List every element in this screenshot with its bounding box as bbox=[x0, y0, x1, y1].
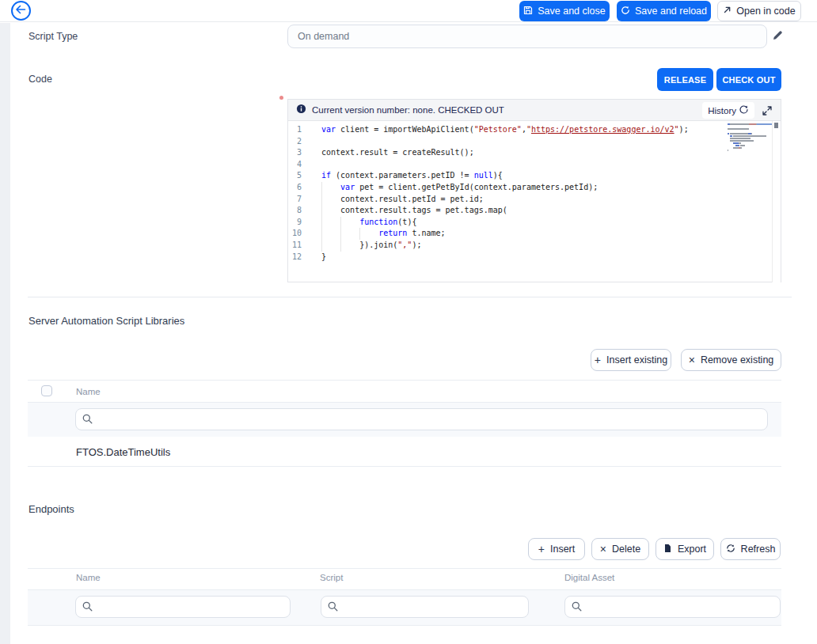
insert-label: Insert bbox=[550, 544, 575, 555]
reload-icon bbox=[621, 6, 630, 17]
endpoints-section-title: Endpoints bbox=[28, 503, 74, 515]
overview-ruler-mark bbox=[774, 123, 778, 128]
search-icon bbox=[82, 601, 93, 612]
libraries-section-title: Server Automation Script Libraries bbox=[28, 315, 184, 327]
required-indicator bbox=[279, 96, 283, 100]
script-type-input[interactable] bbox=[287, 25, 767, 48]
section-divider bbox=[28, 297, 792, 297]
endpoints-column-script: Script bbox=[320, 573, 343, 582]
minimap[interactable] bbox=[728, 123, 773, 152]
endpoints-name-search-input[interactable] bbox=[75, 596, 291, 618]
version-status-text: Current version number: none. CHECKED OU… bbox=[312, 105, 504, 115]
export-file-icon bbox=[663, 544, 672, 555]
back-icon bbox=[16, 5, 26, 17]
insert-button[interactable]: + Insert bbox=[528, 538, 585, 560]
open-in-code-label: Open in code bbox=[736, 6, 795, 17]
code-line: 6 var pet = client.getPetById(context.pa… bbox=[288, 182, 781, 194]
save-and-close-label: Save and close bbox=[538, 6, 605, 17]
info-icon bbox=[296, 103, 306, 117]
save-and-reload-label: Save and reload bbox=[635, 6, 707, 17]
libraries-column-name: Name bbox=[76, 387, 101, 396]
page-left-gutter bbox=[0, 23, 10, 644]
code-line: 4 bbox=[288, 159, 781, 171]
history-icon bbox=[739, 104, 749, 116]
code-label: Code bbox=[28, 74, 52, 85]
code-line: 12} bbox=[288, 252, 781, 263]
plus-icon: + bbox=[538, 544, 545, 555]
table-border bbox=[28, 568, 781, 569]
refresh-label: Refresh bbox=[741, 544, 776, 555]
minimap-lines bbox=[728, 123, 773, 151]
code-line: 2 bbox=[288, 136, 781, 148]
remove-existing-label: Remove existing bbox=[701, 354, 773, 366]
code-editor[interactable]: Current version number: none. CHECKED OU… bbox=[287, 99, 781, 282]
libraries-name-search bbox=[75, 408, 768, 430]
save-icon bbox=[523, 6, 533, 17]
save-and-reload-button[interactable]: Save and reload bbox=[617, 1, 711, 21]
endpoints-digital-asset-search bbox=[564, 596, 781, 618]
history-label: History bbox=[708, 106, 736, 116]
endpoints-column-name: Name bbox=[76, 573, 101, 582]
code-lines: 1var client = importWebApiClient("Petsto… bbox=[288, 124, 781, 263]
check-out-button[interactable]: CHECK OUT bbox=[716, 68, 781, 91]
refresh-button[interactable]: Refresh bbox=[720, 538, 781, 560]
search-icon bbox=[328, 601, 338, 612]
open-external-icon bbox=[723, 6, 732, 17]
script-editor-page: Save and close Save and reload Open in c… bbox=[0, 0, 817, 644]
code-line: 10 return t.name; bbox=[288, 228, 781, 240]
code-line: 3context.result = createResult(); bbox=[288, 147, 781, 159]
code-line: 7 context.result.petId = pet.id; bbox=[288, 194, 781, 206]
code-line: 1var client = importWebApiClient("Petsto… bbox=[288, 124, 781, 136]
endpoints-digital-asset-search-input[interactable] bbox=[564, 596, 781, 618]
edit-pencil-icon[interactable] bbox=[772, 29, 784, 44]
table-border bbox=[28, 466, 781, 467]
save-and-close-button[interactable]: Save and close bbox=[519, 1, 610, 21]
top-toolbar: Save and close Save and reload Open in c… bbox=[0, 0, 817, 22]
back-button[interactable] bbox=[11, 1, 31, 21]
search-icon bbox=[82, 414, 93, 424]
code-editor-header: Current version number: none. CHECKED OU… bbox=[288, 100, 781, 121]
close-icon: × bbox=[689, 354, 695, 366]
endpoints-name-search bbox=[75, 596, 291, 618]
export-button[interactable]: Export bbox=[656, 538, 714, 560]
code-line: 9 function(t){ bbox=[288, 217, 781, 229]
code-line: 8 context.result.tags = pet.tags.map( bbox=[288, 205, 781, 217]
release-label: RELEASE bbox=[664, 75, 706, 85]
close-icon: × bbox=[600, 544, 606, 555]
delete-button[interactable]: × Delete bbox=[591, 538, 649, 560]
open-in-code-button[interactable]: Open in code bbox=[717, 1, 801, 21]
expand-icon[interactable] bbox=[759, 103, 775, 118]
code-line: 11 }).join(","); bbox=[288, 240, 781, 252]
search-icon bbox=[572, 601, 582, 612]
check-out-label: CHECK OUT bbox=[722, 75, 775, 85]
release-button[interactable]: RELEASE bbox=[657, 68, 713, 91]
libraries-name-search-input[interactable] bbox=[75, 408, 768, 430]
export-label: Export bbox=[678, 544, 706, 555]
table-border bbox=[28, 625, 781, 626]
endpoints-script-search-input[interactable] bbox=[321, 596, 529, 618]
code-editor-body[interactable]: 1var client = importWebApiClient("Petsto… bbox=[288, 121, 781, 282]
endpoints-script-search bbox=[321, 596, 529, 618]
select-all-checkbox[interactable] bbox=[41, 385, 52, 396]
plus-icon: + bbox=[595, 354, 601, 366]
endpoints-column-digital-asset: Digital Asset bbox=[564, 573, 614, 582]
history-button[interactable]: History bbox=[702, 102, 754, 119]
refresh-icon bbox=[726, 544, 735, 555]
editor-scrollbar[interactable] bbox=[772, 121, 781, 282]
table-border bbox=[28, 380, 781, 381]
code-line: 5if (context.parameters.petID != null){ bbox=[288, 170, 781, 182]
script-type-label: Script Type bbox=[28, 31, 78, 42]
library-row-name[interactable]: FTOS.DateTimeUtils bbox=[76, 446, 170, 458]
insert-existing-label: Insert existing bbox=[606, 354, 667, 366]
insert-existing-button[interactable]: + Insert existing bbox=[591, 349, 671, 371]
remove-existing-button[interactable]: × Remove existing bbox=[681, 349, 781, 371]
delete-label: Delete bbox=[612, 544, 640, 555]
